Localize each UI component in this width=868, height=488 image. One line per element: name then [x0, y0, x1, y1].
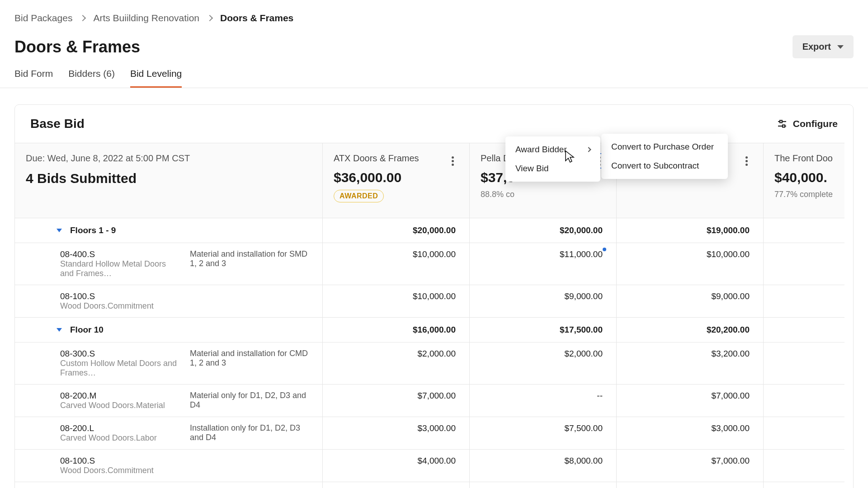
item-code: 08-200.M — [60, 391, 182, 401]
chevron-right-icon — [586, 147, 591, 152]
item-description: Installation only for D1, D2, D3 and D4 — [190, 423, 311, 443]
item-code: 08-300.S — [60, 349, 182, 359]
breadcrumb: Bid Packages Arts Buiilding Renovation D… — [0, 0, 868, 23]
triangle-down-icon — [57, 328, 62, 332]
group-total — [763, 482, 844, 488]
menu-item-convert-po[interactable]: Convert to Purchase Order — [601, 137, 728, 156]
bidder-header-front-door: The Front Doo $40,000. 77.7% complete — [763, 143, 844, 218]
chevron-right-icon — [80, 15, 86, 21]
line-item[interactable]: 08-400.SStandard Hollow Metal Doors and … — [15, 243, 322, 285]
award-bidder-submenu: Convert to Purchase Order Convert to Sub… — [601, 134, 728, 179]
item-price — [763, 417, 844, 449]
due-date: Due: Wed, June 8, 2022 at 5:00 PM CST — [26, 153, 311, 164]
export-label: Export — [802, 42, 831, 52]
item-name: Carved Wood Doors.Labor — [60, 433, 182, 443]
bidder-status: 88.8% co — [481, 190, 605, 199]
bidder-total: $36,000.00 — [334, 170, 458, 185]
item-price — [763, 449, 844, 482]
tab-bid-form[interactable]: Bid Form — [14, 68, 53, 88]
note-indicator-icon[interactable] — [603, 248, 606, 251]
chevron-right-icon — [207, 15, 213, 21]
item-price[interactable]: $7,000.00 — [616, 449, 763, 482]
menu-label: Convert to Subcontract — [611, 161, 699, 171]
group-label: Floors 1 - 9 — [70, 225, 116, 235]
item-price[interactable]: $9,000.00 — [616, 285, 763, 317]
summary-cell: Due: Wed, June 8, 2022 at 5:00 PM CST 4 … — [15, 143, 322, 218]
svg-rect-2 — [780, 121, 782, 123]
caret-down-icon — [837, 45, 844, 49]
line-item[interactable]: 08-300.SCustom Hollow Metal Doors and Fr… — [15, 342, 322, 384]
item-price[interactable]: $3,200.00 — [616, 342, 763, 384]
section-title: Base Bid — [30, 117, 85, 131]
group-label: Floor 10 — [70, 325, 104, 335]
group-total: $19,000.00 — [616, 218, 763, 243]
item-name: Wood Doors.Commitment — [60, 466, 182, 475]
line-item[interactable]: 08-200.LCarved Wood Doors.Labor Installa… — [15, 417, 322, 449]
item-description — [190, 291, 311, 311]
item-price[interactable]: $10,000.00 — [616, 243, 763, 285]
item-price[interactable]: $7,000.00 — [616, 384, 763, 417]
item-price[interactable]: $2,000.00 — [469, 342, 616, 384]
group-toggle-floors-1-9[interactable]: Floors 1 - 9 — [15, 218, 322, 243]
group-toggle-floor-10[interactable]: Floor 10 — [15, 317, 322, 342]
bidder-total: $40,000. — [774, 170, 844, 185]
breadcrumb-project[interactable]: Arts Buiilding Renovation — [93, 13, 199, 23]
item-description: Material and installation for CMD 1, 2 a… — [190, 349, 311, 378]
item-name: Carved Wood Doors.Material — [60, 401, 182, 410]
breadcrumb-bid-packages[interactable]: Bid Packages — [14, 13, 72, 23]
line-item[interactable]: 08-100.SWood Doors.Commitment — [15, 285, 322, 317]
item-name: Wood Doors.Commitment — [60, 301, 182, 311]
item-price[interactable]: $3,000.00 — [322, 417, 469, 449]
export-button[interactable]: Export — [793, 35, 854, 58]
item-price — [763, 384, 844, 417]
group-total: $20,200.00 — [616, 317, 763, 342]
tab-bid-leveling[interactable]: Bid Leveling — [130, 68, 182, 88]
item-code: 08-100.S — [60, 456, 182, 466]
item-code: 08-200.L — [60, 423, 182, 433]
group-total: $20,000.00 — [322, 218, 469, 243]
item-price[interactable]: $10,000.00 — [322, 285, 469, 317]
item-price[interactable]: $2,000.00 — [322, 342, 469, 384]
item-price[interactable]: -- — [469, 384, 616, 417]
item-code: 08-100.S — [60, 291, 182, 301]
item-price[interactable]: $8,000.00 — [469, 449, 616, 482]
line-item[interactable]: 08-100.SWood Doors.Commitment — [15, 449, 322, 482]
configure-label: Configure — [793, 118, 838, 129]
group-total — [616, 482, 763, 488]
more-button[interactable] — [445, 153, 460, 169]
awarded-badge: AWARDED — [334, 190, 384, 202]
menu-item-award-bidder[interactable]: Award Bidder — [505, 140, 600, 159]
item-price[interactable]: $10,000.00 — [322, 243, 469, 285]
triangle-down-icon — [57, 229, 62, 232]
item-price[interactable]: $4,000.00 — [322, 449, 469, 482]
item-price[interactable]: $9,000.00 — [469, 285, 616, 317]
group-toggle-general[interactable]: General Acknowledgments — [15, 482, 322, 488]
bidder-actions-menu: Award Bidder View Bid — [505, 136, 600, 182]
page-title: Doors & Frames — [14, 38, 140, 56]
menu-item-view-bid[interactable]: View Bid — [505, 159, 600, 178]
line-item[interactable]: 08-200.MCarved Wood Doors.Material Mater… — [15, 384, 322, 417]
menu-label: Award Bidder — [515, 145, 567, 155]
menu-item-convert-subcontract[interactable]: Convert to Subcontract — [601, 156, 728, 175]
bidder-name: ATX Doors & Frames — [334, 153, 458, 164]
item-price[interactable]: $11,000.00 — [469, 243, 616, 285]
menu-label: Convert to Purchase Order — [611, 142, 714, 152]
item-description: Material and installation for SMD 1, 2 a… — [190, 249, 311, 278]
bidder-name: The Front Doo — [774, 153, 844, 164]
sliders-icon — [777, 118, 788, 129]
item-price — [763, 342, 844, 384]
item-name: Custom Hollow Metal Doors and Frames… — [60, 359, 182, 378]
bids-submitted: 4 Bids Submitted — [26, 171, 311, 186]
item-price[interactable]: $3,000.00 — [616, 417, 763, 449]
svg-rect-3 — [783, 125, 785, 127]
breadcrumb-current: Doors & Frames — [220, 13, 293, 23]
group-total — [763, 218, 844, 243]
tab-bidders[interactable]: Bidders (6) — [68, 68, 115, 88]
more-button[interactable] — [739, 153, 754, 169]
item-price[interactable]: $7,000.00 — [322, 384, 469, 417]
item-price[interactable]: $7,500.00 — [469, 417, 616, 449]
configure-button[interactable]: Configure — [777, 118, 838, 129]
group-total: $17,500.00 — [469, 317, 616, 342]
group-total: $16,000.00 — [322, 317, 469, 342]
item-price — [763, 243, 844, 285]
